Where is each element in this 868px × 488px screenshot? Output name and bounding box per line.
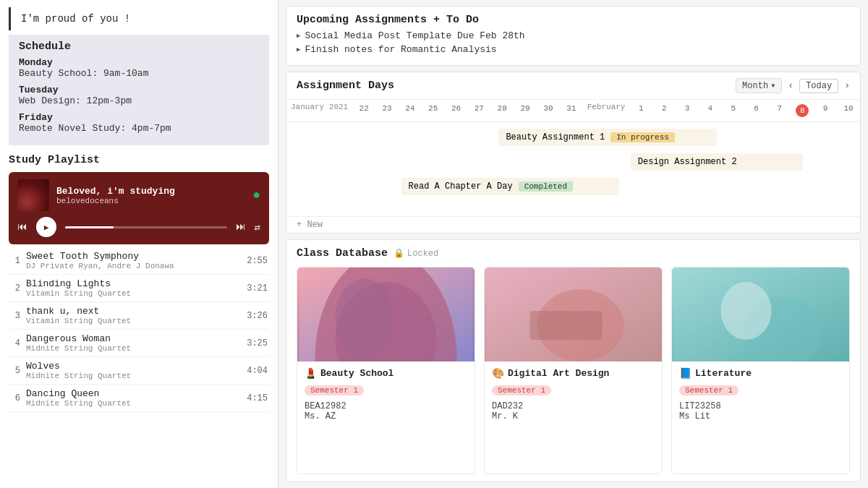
cal-date-cell[interactable]: 3 bbox=[676, 103, 699, 119]
track-list: 1 Sweet Tooth Symphony DJ Private Ryan, … bbox=[9, 247, 269, 488]
play-button[interactable]: ▶ bbox=[36, 217, 56, 237]
player-title: Beloved, i'm studying bbox=[56, 186, 245, 197]
track-duration: 4:04 bbox=[247, 366, 268, 376]
track-artist: Vitamin String Quartet bbox=[26, 289, 241, 298]
month-dropdown[interactable]: Month ▾ bbox=[736, 78, 782, 93]
track-artist: DJ Private Ryan, Andre J Donawa bbox=[26, 262, 241, 270]
track-duration: 3:26 bbox=[247, 311, 268, 321]
gantt-beauty-label: Beauty Assignment 1 bbox=[506, 132, 605, 142]
assignment-item-1: Social Media Post Template Due Feb 28th bbox=[297, 30, 850, 41]
locked-label: Locked bbox=[407, 249, 438, 259]
player-widget: Beloved, i'm studying belovedoceans ● ⏮ … bbox=[9, 172, 269, 244]
track-duration: 2:55 bbox=[247, 256, 268, 266]
player-controls[interactable]: ⏮ ▶ ⏭ ⇄ bbox=[17, 217, 260, 237]
cal-date-cell[interactable]: 31 bbox=[560, 103, 583, 119]
calendar-jan-label: January 2021 bbox=[286, 103, 352, 119]
track-num: 5 bbox=[10, 366, 20, 376]
cal-date-cell[interactable]: 2 bbox=[652, 103, 676, 119]
share-button[interactable]: ⇄ bbox=[255, 221, 260, 234]
new-row-button[interactable]: + New bbox=[286, 216, 860, 233]
card-title-literature: 📘 Literature bbox=[679, 367, 842, 380]
album-art bbox=[17, 179, 49, 211]
literature-emoji: 📘 bbox=[679, 367, 692, 380]
track-duration: 3:25 bbox=[247, 338, 268, 348]
card-image-beauty bbox=[297, 267, 475, 361]
cal-date-cell[interactable]: 10 bbox=[837, 103, 860, 119]
track-item[interactable]: 3 thank u, next Vitamin String Quartet 3… bbox=[9, 302, 269, 330]
left-panel: I'm proud of you ! Schedule Monday Beaut… bbox=[0, 0, 278, 488]
track-item[interactable]: 5 Wolves Midnite String Quartet 4:04 bbox=[9, 357, 269, 385]
track-details: Dancing Queen Midnite String Quartet bbox=[26, 388, 241, 408]
track-num: 6 bbox=[10, 393, 20, 403]
prev-button[interactable]: ⏮ bbox=[17, 221, 27, 233]
track-item[interactable]: 1 Sweet Tooth Symphony DJ Private Ryan, … bbox=[9, 247, 269, 275]
cal-date-cell[interactable]: 28 bbox=[490, 103, 514, 119]
cal-date-cell[interactable]: 24 bbox=[399, 103, 422, 119]
cal-date-cell[interactable]: 9 bbox=[814, 103, 837, 119]
track-num: 3 bbox=[10, 311, 20, 321]
cal-next-button[interactable]: › bbox=[844, 80, 850, 91]
track-num: 2 bbox=[10, 283, 20, 294]
cal-prev-button[interactable]: ‹ bbox=[788, 80, 793, 91]
track-item[interactable]: 4 Dangerous Woman Midnite String Quartet… bbox=[9, 330, 269, 357]
today-button[interactable]: Today bbox=[799, 79, 838, 93]
cal-date-cell[interactable]: 29 bbox=[514, 103, 537, 119]
cal-grid-wrapper: January 202122232425262728293031February… bbox=[286, 100, 860, 233]
cal-date-cell[interactable]: 30 bbox=[537, 103, 560, 119]
cal-date-cell[interactable]: 8 bbox=[791, 103, 814, 119]
track-name: thank u, next bbox=[26, 306, 241, 317]
cal-date-cell[interactable]: 25 bbox=[422, 103, 445, 119]
playlist-title: Study Playlist bbox=[9, 154, 269, 166]
cal-date-cell[interactable]: 6 bbox=[745, 103, 768, 119]
card-body-literature: 📘 Literature Semester 1 LIT23258 Ms Lit bbox=[672, 361, 849, 474]
semester-badge-digital: Semester 1 bbox=[492, 385, 551, 395]
status-badge-completed: Completed bbox=[519, 181, 573, 192]
card-code-beauty: BEA12982 bbox=[305, 401, 467, 411]
cal-date-cell[interactable]: 7 bbox=[768, 103, 791, 119]
card-code-digital: DAD232 bbox=[492, 401, 655, 411]
progress-bar[interactable] bbox=[65, 226, 227, 228]
lock-icon: 🔒 bbox=[393, 248, 404, 259]
cal-date-cell[interactable]: 5 bbox=[722, 103, 745, 119]
gantt-design-label: Design Assignment 2 bbox=[638, 157, 737, 167]
cal-dates-row: January 202122232425262728293031February… bbox=[286, 100, 860, 122]
card-title-digital: 🎨 Digital Art Design bbox=[492, 367, 655, 380]
cal-gantt: Beauty Assignment 1 In progress Design A… bbox=[286, 122, 860, 216]
calendar-box: Assignment Days Month ▾ ‹ Today › Januar… bbox=[286, 72, 861, 234]
calendar-feb-label: February bbox=[583, 103, 630, 119]
gantt-bar-read: Read A Chapter A Day Completed bbox=[401, 178, 619, 195]
track-item[interactable]: 6 Dancing Queen Midnite String Quartet 4… bbox=[9, 385, 269, 412]
status-badge-inprogress: In progress bbox=[610, 132, 675, 142]
spotify-icon: ● bbox=[252, 188, 260, 202]
track-details: Dangerous Woman Midnite String Quartet bbox=[26, 333, 241, 353]
semester-badge-literature: Semester 1 bbox=[679, 385, 739, 395]
cal-date-cell[interactable]: 26 bbox=[445, 103, 468, 119]
next-button[interactable]: ⏭ bbox=[236, 221, 246, 233]
card-teacher-literature: Ms Lit bbox=[679, 411, 842, 421]
card-body-digital: 🎨 Digital Art Design Semester 1 DAD232 M… bbox=[485, 361, 662, 474]
svg-rect-5 bbox=[530, 311, 603, 340]
cal-date-cell[interactable]: 27 bbox=[467, 103, 490, 119]
class-card-literature[interactable]: 📘 Literature Semester 1 LIT23258 Ms Lit bbox=[671, 267, 850, 474]
cal-controls: Month ▾ ‹ Today › bbox=[736, 78, 850, 93]
track-item[interactable]: 2 Blinding Lights Vitamin String Quartet… bbox=[9, 275, 269, 302]
cal-date-cell[interactable]: 22 bbox=[352, 103, 375, 119]
schedule-day-monday: Monday Beauty School: 9am-10am bbox=[19, 57, 259, 79]
quote-text: I'm proud of you ! bbox=[21, 13, 130, 25]
cal-date-cell[interactable]: 1 bbox=[629, 103, 652, 119]
track-duration: 3:21 bbox=[247, 283, 268, 294]
playlist-section: Study Playlist Beloved, i'm studying bel… bbox=[0, 148, 278, 488]
class-cards: 💄 Beauty School Semester 1 BEA12982 Ms. … bbox=[297, 267, 850, 474]
gantt-row-design: Design Assignment 2 bbox=[286, 150, 860, 174]
class-card-beauty[interactable]: 💄 Beauty School Semester 1 BEA12982 Ms. … bbox=[297, 267, 475, 474]
class-card-digital[interactable]: 🎨 Digital Art Design Semester 1 DAD232 M… bbox=[484, 267, 663, 474]
quote-bar: I'm proud of you ! bbox=[9, 7, 269, 30]
calendar-header: Assignment Days Month ▾ ‹ Today › bbox=[286, 72, 860, 100]
cal-date-cell[interactable]: 23 bbox=[375, 103, 399, 119]
track-artist: Midnite String Quartet bbox=[26, 372, 241, 380]
track-artist: Midnite String Quartet bbox=[26, 344, 241, 353]
cal-date-cell[interactable]: 4 bbox=[699, 103, 722, 119]
schedule-section: Schedule Monday Beauty School: 9am-10am … bbox=[9, 35, 269, 145]
card-image-digital bbox=[485, 267, 662, 361]
assignments-box: Upcoming Assignments + To Do Social Medi… bbox=[286, 6, 861, 66]
